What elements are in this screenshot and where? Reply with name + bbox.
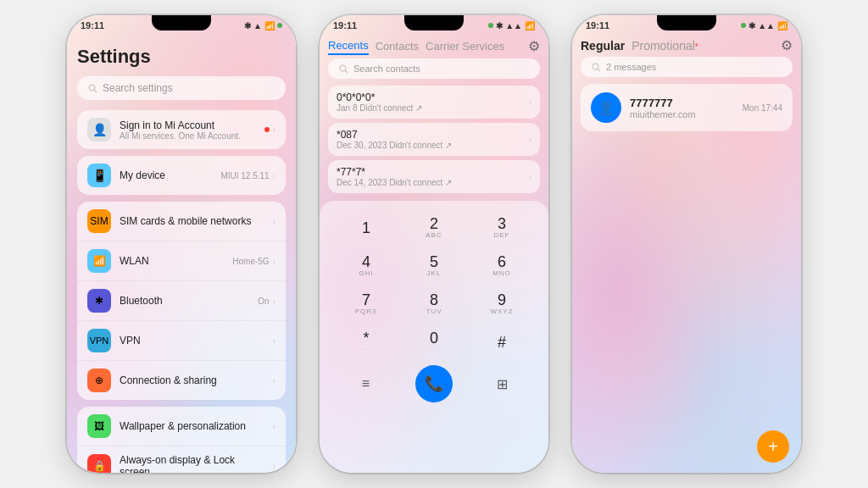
my-device-title: My device — [120, 169, 212, 181]
dial-key-0[interactable]: 0· — [401, 324, 467, 360]
recent-date: Dec 14, 2023 Didn't connect ↗ — [337, 178, 452, 187]
tab-promotional[interactable]: Promotional* — [632, 39, 698, 53]
messages-search-bar[interactable]: 2 messages — [581, 57, 793, 77]
messages-search-placeholder: 2 messages — [606, 62, 656, 72]
chevron-icon: › — [273, 257, 275, 266]
status-time: 19:11 — [586, 20, 609, 30]
bluetooth-icon: ✱ — [748, 21, 755, 30]
settings-search-bar[interactable]: Search settings — [77, 76, 286, 100]
status-time: 19:11 — [81, 20, 104, 30]
wlan-network: Home-5G — [232, 257, 269, 266]
wallpaper-item[interactable]: 🖼 Wallpaper & personalization › — [77, 407, 286, 446]
dial-key-9[interactable]: 9WXYZ — [469, 286, 535, 322]
miui-version: MIUI 12.5.11 — [220, 171, 269, 180]
vpn-title: VPN — [120, 335, 264, 347]
chevron-icon: › — [273, 462, 275, 471]
dial-key-6[interactable]: 6MNO — [469, 247, 535, 284]
my-device-icon: 📱 — [87, 164, 111, 187]
dial-key-7[interactable]: 7PQRS — [333, 286, 399, 322]
battery-dot — [277, 23, 282, 28]
dial-action-row: ≡ 📞 ⊞ — [333, 360, 535, 406]
search-icon — [338, 64, 348, 74]
mi-account-item[interactable]: 👤 Sign in to Mi Account All Mi services.… — [77, 110, 286, 149]
recent-number: *087 — [337, 129, 452, 141]
phone-messages: 19:11 ✱ ▲▲ 📶 Regular Promotional* ⚙ 2 me… — [572, 15, 801, 473]
wifi-icon: 📶 — [525, 21, 535, 30]
chevron-icon: › — [273, 376, 275, 385]
dial-key-5[interactable]: 5JKL — [401, 247, 467, 284]
wlan-item[interactable]: 📶 WLAN Home-5G › — [77, 241, 286, 281]
settings-content: Settings Search settings 👤 Sign in to Mi… — [67, 32, 296, 473]
chevron-icon: › — [273, 217, 275, 226]
bluetooth-status: On — [258, 297, 269, 306]
recent-item[interactable]: *087 Dec 30, 2023 Didn't connect ↗ › — [328, 123, 540, 156]
wlan-right: Home-5G › — [232, 257, 275, 266]
notch — [657, 15, 716, 30]
signal-icon: ▲▲ — [505, 21, 522, 30]
recent-info: 0*0*0*0* Jan 8 Didn't connect ↗ — [337, 92, 422, 113]
dialer-search-bar[interactable]: Search contacts — [328, 58, 540, 79]
chevron-icon: › — [273, 336, 275, 346]
message-avatar: 👤 — [591, 92, 621, 123]
dialpad-menu-button[interactable]: ≡ — [350, 369, 381, 399]
network-card: SIM SIM cards & mobile networks › 📶 WLAN… — [77, 202, 286, 400]
dial-key-1[interactable]: 1 — [333, 209, 399, 246]
sim-networks-item[interactable]: SIM SIM cards & mobile networks › — [77, 202, 286, 241]
gear-icon[interactable]: ⚙ — [528, 38, 540, 54]
vpn-item[interactable]: VPN VPN › — [77, 321, 286, 361]
gear-icon[interactable]: ⚙ — [781, 37, 793, 53]
dial-key-8[interactable]: 8TUV — [401, 286, 467, 322]
dial-key-hash[interactable]: # — [469, 324, 535, 360]
tab-recents[interactable]: Recents — [328, 37, 369, 55]
search-placeholder: Search settings — [103, 82, 173, 94]
bluetooth-title: Bluetooth — [120, 295, 249, 307]
status-time: 19:11 — [333, 20, 357, 30]
wlan-icon: 📶 — [87, 249, 111, 273]
search-icon — [591, 62, 601, 72]
sim-title: SIM cards & mobile networks — [120, 215, 264, 227]
my-device-right: MIUI 12.5.11 › — [220, 171, 275, 180]
dial-key-3[interactable]: 3DEF — [469, 209, 535, 246]
recent-number: *77*7* — [337, 166, 452, 178]
vpn-right: › — [273, 336, 275, 346]
recent-number: 0*0*0*0* — [337, 92, 422, 103]
svg-line-3 — [345, 70, 348, 73]
svg-point-4 — [593, 64, 598, 69]
dial-key-star[interactable]: *· — [333, 324, 399, 360]
compose-fab-button[interactable]: + — [757, 430, 789, 463]
dialer-screen: Recents Contacts Carrier Services ⚙ Sear… — [320, 32, 548, 473]
wlan-content: WLAN — [120, 255, 224, 267]
bluetooth-item[interactable]: ✱ Bluetooth On › — [77, 281, 286, 321]
recent-date: Dec 30, 2023 Didn't connect ↗ — [337, 141, 452, 150]
lock-screen-content: Always-on display & Lock screen — [120, 454, 264, 473]
tab-contacts[interactable]: Contacts — [376, 38, 419, 54]
call-button[interactable]: 📞 — [415, 365, 453, 402]
lock-screen-right: › — [273, 462, 275, 471]
phone-settings: 19:11 ✱ ▲ 📶 Settings Search settings 👤 S… — [67, 15, 296, 473]
settings-title: Settings — [77, 46, 286, 68]
recent-item[interactable]: *77*7* Dec 14, 2023 Didn't connect ↗ › — [328, 160, 540, 193]
message-tabs: Regular Promotional* ⚙ — [572, 32, 801, 57]
mi-account-title: Sign in to Mi Account — [120, 119, 256, 131]
notch — [404, 15, 464, 30]
settings-screen: Settings Search settings 👤 Sign in to Mi… — [67, 32, 296, 473]
dialpad-keypad-button[interactable]: ⊞ — [487, 369, 518, 399]
tab-carrier-services[interactable]: Carrier Services — [426, 38, 504, 54]
mi-account-right: › — [264, 125, 275, 135]
lock-screen-icon: 🔒 — [87, 454, 111, 473]
messages-screen: Regular Promotional* ⚙ 2 messages 👤 7777… — [572, 32, 801, 473]
message-item[interactable]: 👤 7777777 miuithemer.com Mon 17:44 — [581, 84, 793, 131]
svg-line-1 — [94, 90, 97, 92]
bluetooth-content: Bluetooth — [120, 295, 249, 307]
status-dot — [488, 23, 493, 28]
recent-item[interactable]: 0*0*0*0* Jan 8 Didn't connect ↗ › — [328, 86, 540, 119]
dial-key-4[interactable]: 4GHI — [333, 247, 399, 284]
mi-account-subtitle: All Mi services. One Mi Account. — [120, 131, 256, 141]
connection-sharing-item[interactable]: ⊕ Connection & sharing › — [77, 361, 286, 400]
tab-regular[interactable]: Regular — [581, 39, 625, 53]
chevron-icon: › — [529, 135, 531, 144]
my-device-item[interactable]: 📱 My device MIUI 12.5.11 › — [77, 156, 286, 195]
red-dot — [264, 127, 270, 132]
dial-key-2[interactable]: 2ABC — [401, 209, 467, 246]
lock-screen-item[interactable]: 🔒 Always-on display & Lock screen › — [77, 446, 286, 473]
